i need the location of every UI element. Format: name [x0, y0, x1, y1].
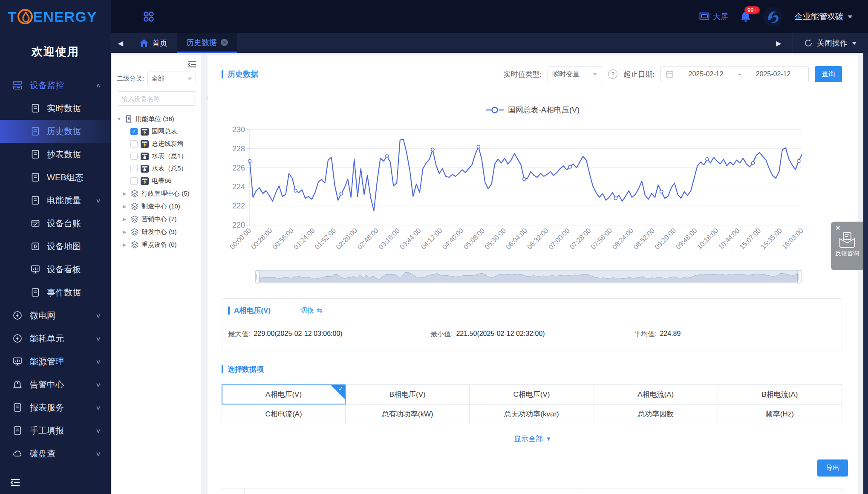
export-button[interactable]: 导出	[817, 459, 848, 477]
device-checkbox[interactable]	[130, 140, 138, 147]
sidebar-item-4[interactable]: WEB组态	[0, 166, 111, 189]
svg-text:06:32:00: 06:32:00	[526, 227, 550, 251]
switch-link[interactable]: 切换 ⇆	[300, 306, 322, 315]
data-item-button-6[interactable]: 总有功功率(kW)	[345, 404, 470, 424]
device-search-input[interactable]	[121, 95, 206, 102]
device-tree: ▼ 用能单位 (36)国网总表总进线新增水表（总1）水表（总5）电表66▶行政管…	[117, 113, 196, 251]
sidebar-item-12[interactable]: 能源管理∨	[0, 350, 111, 373]
org-switcher[interactable]: 企业能管双碳 ▼	[795, 11, 853, 22]
sidebar-item-16[interactable]: 碳盘查∨	[0, 442, 111, 465]
data-item-button-0[interactable]: A相电压(V)✓	[222, 384, 346, 404]
tree-device-3[interactable]: 水表（总5）	[117, 162, 196, 175]
tree-root-energy-units[interactable]: ▼ 用能单位 (36)	[117, 113, 196, 125]
tab-home[interactable]: 首页	[130, 33, 177, 53]
sidebar-item-3[interactable]: 抄表数据	[0, 143, 111, 166]
layers-icon	[131, 215, 138, 223]
collapse-sidebar-icon[interactable]	[10, 478, 20, 487]
data-table-top-edge	[222, 488, 842, 494]
tree-collapse-icon[interactable]	[187, 61, 197, 68]
data-item-label: B相电压(V)	[389, 390, 426, 399]
notifications-button[interactable]: 99+	[740, 11, 751, 23]
data-item-label: 总功率因数	[637, 409, 674, 419]
tree-group-2[interactable]: ▶营销中心 (7)	[117, 213, 196, 225]
data-item-button-5[interactable]: C相电流(A)	[222, 404, 346, 424]
sidebar-item-11[interactable]: 能耗单元∨	[0, 327, 111, 350]
device-checkbox[interactable]	[130, 153, 138, 160]
svg-text:15:07:00: 15:07:00	[738, 227, 762, 251]
notification-badge: 99+	[744, 6, 760, 14]
secondary-class-select[interactable]: 全部 ▼	[147, 72, 196, 85]
sidebar-item-7[interactable]: 设备地图	[0, 235, 111, 258]
data-item-button-7[interactable]: 总无功功率(kvar)	[469, 404, 594, 424]
sidebar-item-1[interactable]: 实时数据	[0, 97, 111, 120]
sidebar-item-8[interactable]: 设备看板	[0, 258, 111, 281]
chevron-down-icon: ∨	[96, 404, 101, 411]
tree-group-3[interactable]: ▶研发中心 (9)	[117, 225, 196, 238]
sidebar-item-label: 设备台账	[47, 218, 81, 229]
svg-text:08:52:00: 08:52:00	[632, 227, 656, 251]
sidebar-item-5[interactable]: 电能质量∨	[0, 189, 111, 212]
data-item-button-1[interactable]: B相电压(V)	[345, 384, 470, 404]
device-checkbox[interactable]	[130, 165, 138, 172]
device-checkbox[interactable]	[130, 177, 138, 185]
tree-group-0[interactable]: ▶行政管理中心 (5)	[117, 187, 196, 200]
sidebar-item-2[interactable]: 历史数据	[0, 120, 111, 143]
bolt-icon	[13, 311, 22, 320]
sidebar-item-10[interactable]: 微电网∨	[0, 304, 111, 327]
realtime-type-select[interactable]: 瞬时变量 ▼	[548, 66, 602, 82]
tree-device-2[interactable]: 水表（总1）	[117, 150, 196, 162]
feedback-widget[interactable]: ✕ 反馈咨询	[831, 222, 863, 270]
date-range-picker[interactable]: 2025-02-12 - 2025-02-12	[660, 66, 809, 82]
sidebar-footer	[0, 471, 111, 494]
avatar[interactable]	[763, 7, 783, 26]
tree-caret-collapsed-icon: ▶	[123, 242, 128, 248]
sidebar-item-13[interactable]: 告警中心∨	[0, 373, 111, 396]
legend-series-name: 国网总表-A相电压(V)	[508, 105, 580, 115]
monitor-icon	[13, 81, 22, 90]
sidebar-item-0[interactable]: 设备监控∧	[0, 74, 111, 97]
tree-caret-expanded-icon: ▼	[117, 116, 122, 121]
tree-group-4[interactable]: ▶重点设备 (0)	[117, 238, 196, 251]
sidebar-item-14[interactable]: 报表服务∨	[0, 396, 111, 419]
data-item-button-8[interactable]: 总功率因数	[594, 404, 718, 424]
mapD-icon	[31, 242, 40, 251]
svg-text:05:36:00: 05:36:00	[483, 227, 507, 251]
secondary-class-value: 全部	[151, 75, 164, 83]
close-operations-menu[interactable]: 关闭操作 ▼	[793, 38, 868, 48]
sidebar-item-label: WEB组态	[47, 172, 84, 183]
tree-device-1[interactable]: 总进线新增	[117, 138, 196, 150]
tree-device-0[interactable]: 国网总表	[117, 125, 196, 138]
data-item-button-2[interactable]: C相电压(V)	[469, 384, 594, 404]
svg-text:02:48:00: 02:48:00	[356, 227, 380, 251]
data-item-button-3[interactable]: A相电流(A)	[594, 384, 718, 404]
doc-icon	[31, 104, 40, 113]
feedback-close-icon[interactable]: ✕	[835, 224, 841, 232]
help-icon[interactable]: ?	[608, 69, 617, 79]
tree-device-4[interactable]: 电表66	[117, 175, 196, 187]
doc-icon	[31, 196, 40, 205]
sidebar-item-15[interactable]: 手工填报∨	[0, 419, 111, 442]
sidebar-item-6[interactable]: 设备台账	[0, 212, 111, 235]
sidebar-item-9[interactable]: 事件数据	[0, 281, 111, 304]
datazoom-slider[interactable]	[255, 270, 802, 283]
scrollbar-strip[interactable]	[863, 53, 868, 494]
data-item-button-4[interactable]: B相电流(A)	[718, 384, 842, 404]
chart-legend[interactable]: 国网总表-A相电压(V)	[208, 105, 858, 115]
data-item-button-9[interactable]: 频率(Hz)	[718, 404, 842, 424]
query-button[interactable]: 查询	[815, 66, 842, 82]
select-caret-icon: ▼	[186, 76, 193, 81]
sidebar-menu: 设备监控∧实时数据历史数据抄表数据WEB组态电能质量∨设备台账设备地图设备看板事…	[0, 74, 111, 465]
tree-group-1[interactable]: ▶制造中心 (10)	[117, 200, 196, 213]
device-checkbox[interactable]	[130, 128, 138, 135]
water-meter-icon	[141, 165, 149, 173]
apps-grid-icon[interactable]	[142, 10, 155, 23]
tabs-forward-chevron-icon[interactable]: ▶	[769, 39, 788, 47]
svg-text:05:08:00: 05:08:00	[462, 227, 486, 251]
big-screen-button[interactable]: 大屏	[699, 12, 728, 22]
tab-history-data[interactable]: 历史数据 ✕	[177, 33, 237, 53]
tabs-back-chevron-icon[interactable]: ◀	[111, 33, 130, 53]
sidebar-item-label: 设备监控	[30, 80, 64, 91]
org-name: 企业能管双碳	[795, 11, 843, 22]
show-all-button[interactable]: 显示全部 ▼	[208, 434, 858, 444]
close-tab-icon[interactable]: ✕	[221, 39, 228, 46]
